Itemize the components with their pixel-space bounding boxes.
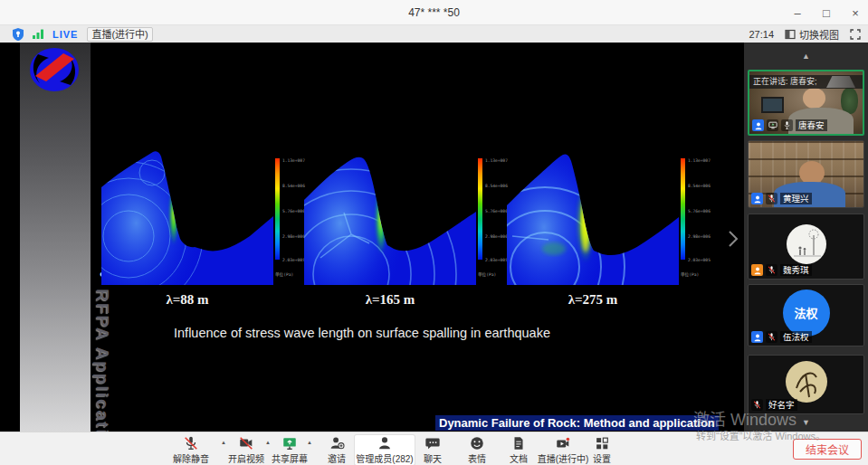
fullscreen-icon[interactable] bbox=[850, 29, 861, 40]
manage-members-button[interactable]: 管理成员(282) bbox=[355, 435, 415, 465]
share-screen-label: 共享屏幕 bbox=[267, 451, 312, 465]
camera-off-icon bbox=[224, 435, 269, 451]
invite-label: 邀请 bbox=[314, 451, 359, 465]
invite-button[interactable]: 邀请 bbox=[314, 435, 359, 465]
live-badge: LIVE bbox=[52, 29, 78, 40]
participant-tile-tangchunan[interactable]: 正在讲话: 唐春安; 唐春安 bbox=[748, 70, 864, 136]
status-bar: LIVE 直播(进行中) 27:14 切换视图 bbox=[0, 25, 868, 43]
svg-text:2.98e+006: 2.98e+006 bbox=[282, 234, 305, 239]
screen-share-icon bbox=[767, 119, 778, 131]
scroll-up-icon[interactable]: ▲ bbox=[744, 52, 868, 61]
members-icon bbox=[355, 435, 415, 451]
rfpa-logo-icon bbox=[29, 47, 80, 92]
banner-highlight-blob bbox=[826, 76, 855, 88]
mic-muted-icon bbox=[766, 264, 777, 276]
unmute-button[interactable]: 解除静音 bbox=[168, 435, 214, 465]
participant-name-row: 魏秀琪 bbox=[751, 264, 812, 276]
invite-person-icon bbox=[314, 435, 359, 451]
simulation-figure-2: 1.13e+007 8.54e+006 5.76e+006 2.98e+006 … bbox=[304, 147, 521, 321]
minimize-icon[interactable]: – bbox=[790, 6, 805, 20]
participant-name: 魏秀琪 bbox=[780, 264, 812, 276]
settings-button[interactable]: 设置 bbox=[579, 435, 625, 465]
role-badge-icon bbox=[751, 331, 763, 343]
svg-text:单位(Pa): 单位(Pa) bbox=[275, 271, 293, 278]
meeting-window: 47* *** *50 – □ × LIVE 直播(进行中) 27:14 bbox=[0, 0, 868, 465]
mic-muted-icon bbox=[766, 193, 777, 204]
svg-text:2.03e+005: 2.03e+005 bbox=[485, 258, 508, 262]
participant-tile-wufaquan[interactable]: 法权 伍法权 bbox=[748, 284, 864, 346]
figure-3-label: λ=275 m bbox=[507, 292, 679, 308]
manage-members-label: 管理成员(282) bbox=[355, 451, 415, 465]
share-screen-button[interactable]: 共享屏幕 bbox=[267, 435, 312, 465]
figure-2-label: λ=165 m bbox=[304, 292, 476, 308]
next-slide-chevron-icon[interactable] bbox=[726, 229, 740, 249]
svg-text:5.76e+006: 5.76e+006 bbox=[485, 209, 508, 214]
mic-muted-icon bbox=[766, 331, 777, 343]
switch-view-button[interactable]: 切换视图 bbox=[785, 27, 839, 42]
participant-tile-huanglixing[interactable]: 黄理兴 bbox=[748, 140, 864, 208]
meeting-timer: 27:14 bbox=[749, 29, 774, 40]
svg-text:8.54e+006: 8.54e+006 bbox=[688, 184, 711, 188]
svg-text:2.03e+005: 2.03e+005 bbox=[282, 258, 305, 262]
switch-view-label: 切换视图 bbox=[799, 27, 839, 42]
stress-field-image-2 bbox=[304, 147, 476, 285]
slide-caption: Influence of stress wave length on surfa… bbox=[136, 326, 588, 340]
apps-grid-icon bbox=[579, 435, 625, 451]
slide-footer-title: Dynamic Failure of Rock: Method and appl… bbox=[435, 414, 719, 431]
start-video-button[interactable]: 开启视频 bbox=[224, 435, 269, 465]
participant-name: 唐春安 bbox=[796, 119, 827, 131]
svg-text:5.76e+006: 5.76e+006 bbox=[282, 209, 305, 214]
live-status-label: 直播(进行中) bbox=[87, 27, 152, 42]
avatar bbox=[786, 361, 827, 403]
participant-name: 伍法权 bbox=[780, 331, 812, 343]
share-options-caret[interactable]: ▲ bbox=[307, 440, 312, 445]
slide-sidebar: ● RFPA Application bbox=[20, 43, 91, 432]
participant-name-row: 伍法权 bbox=[751, 331, 812, 343]
participant-tile-weixiuqi[interactable]: 魏秀琪 bbox=[748, 214, 864, 280]
emoji-label: 表情 bbox=[454, 451, 500, 465]
share-screen-icon bbox=[267, 435, 312, 451]
svg-text:单位(Pa): 单位(Pa) bbox=[478, 271, 496, 278]
role-badge-icon bbox=[751, 264, 763, 276]
svg-text:2.98e+006: 2.98e+006 bbox=[688, 234, 711, 239]
stress-field-image-1 bbox=[101, 147, 273, 285]
chat-button[interactable]: 聊天 bbox=[410, 435, 455, 465]
colorbar-3: 1.13e+007 8.54e+006 5.76e+006 2.98e+006 … bbox=[681, 155, 720, 281]
participants-panel: ▲ 正在讲话: 唐春安; 唐春安 bbox=[744, 43, 868, 432]
windows-activation-watermark-line2: 转到“设置”以激活 Windows。 bbox=[696, 428, 825, 442]
signal-strength-icon bbox=[33, 29, 43, 39]
maximize-icon[interactable]: □ bbox=[819, 6, 834, 20]
unmute-label: 解除静音 bbox=[168, 451, 214, 465]
chat-bubble-icon bbox=[410, 435, 455, 451]
window-controls: – □ × bbox=[790, 0, 863, 25]
shield-icon bbox=[13, 28, 24, 41]
avatar: 法权 bbox=[783, 289, 830, 337]
svg-text:2.03e+005: 2.03e+005 bbox=[688, 258, 711, 262]
speaking-banner-text: 正在讲话: 唐春安; bbox=[753, 77, 817, 86]
avatar bbox=[787, 224, 826, 264]
role-badge-icon bbox=[752, 119, 764, 131]
simulation-figure-1: 1.13e+007 8.54e+006 5.76e+006 2.98e+006 … bbox=[101, 147, 319, 321]
participant-name: 黄理兴 bbox=[780, 193, 812, 204]
svg-text:5.76e+006: 5.76e+006 bbox=[688, 209, 711, 214]
speaking-banner: 正在讲话: 唐春安; bbox=[749, 75, 863, 89]
windows-activation-watermark-line1: 激活 Windows bbox=[693, 406, 796, 430]
mic-muted-icon bbox=[168, 435, 214, 451]
title-bar: 47* *** *50 – □ × bbox=[0, 0, 868, 25]
svg-text:8.54e+006: 8.54e+006 bbox=[485, 184, 508, 188]
shared-screen-stage: ● RFPA Application bbox=[0, 43, 744, 432]
chat-label: 聊天 bbox=[410, 451, 455, 465]
svg-text:8.54e+006: 8.54e+006 bbox=[282, 184, 305, 188]
mic-on-icon bbox=[781, 119, 793, 131]
window-title: 47* *** *50 bbox=[0, 6, 868, 19]
figure-1-label: λ=88 m bbox=[101, 292, 273, 308]
emoji-button[interactable]: 表情 bbox=[454, 435, 500, 465]
participant-name-row: 黄理兴 bbox=[751, 193, 812, 204]
svg-text:1.13e+007: 1.13e+007 bbox=[688, 158, 711, 163]
status-right: 27:14 切换视图 bbox=[749, 25, 861, 43]
svg-text:1.13e+007: 1.13e+007 bbox=[485, 158, 508, 163]
stress-field-image-3 bbox=[507, 147, 679, 285]
svg-text:1.13e+007: 1.13e+007 bbox=[282, 158, 305, 163]
close-icon[interactable]: × bbox=[848, 6, 863, 20]
start-video-label: 开启视频 bbox=[224, 451, 269, 465]
